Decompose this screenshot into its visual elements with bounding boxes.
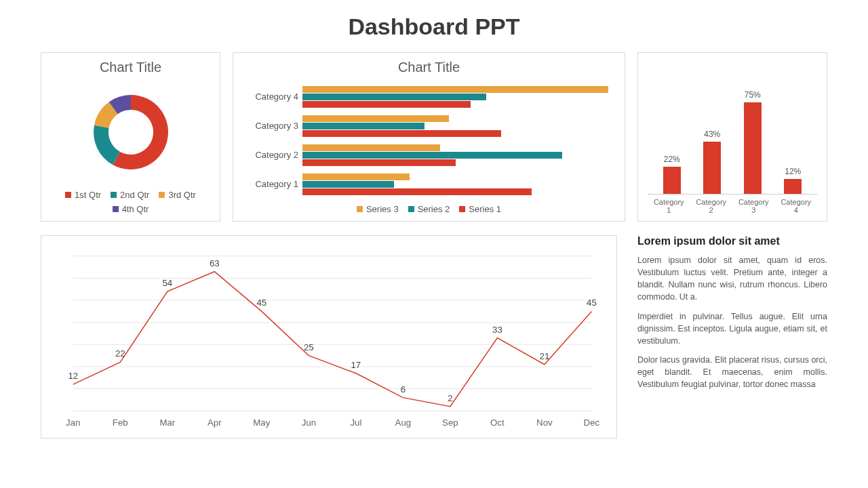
svg-text:Aug: Aug bbox=[395, 418, 412, 428]
donut-title: Chart Title bbox=[100, 60, 161, 75]
text-paragraph: Dolor lacus gravida. Elit placerat risus… bbox=[637, 354, 827, 390]
column: 75% bbox=[736, 90, 770, 194]
text-paragraph: Imperdiet in pulvinar. Tellus augue. Eli… bbox=[637, 310, 827, 347]
svg-text:21: 21 bbox=[540, 351, 550, 361]
svg-text:Nov: Nov bbox=[536, 418, 553, 428]
svg-text:Jul: Jul bbox=[350, 418, 361, 428]
text-panel: Lorem ipsum dolor sit amet Lorem ipsum d… bbox=[637, 235, 827, 439]
svg-text:Jun: Jun bbox=[302, 418, 316, 428]
line-chart-card: 12Jan22Feb54Mar63Apr45May25Jun17Jul6Aug2… bbox=[41, 235, 617, 439]
svg-text:6: 6 bbox=[401, 384, 406, 394]
hbar-legend: Series 3 Series 2 Series 1 bbox=[357, 204, 501, 214]
donut-chart bbox=[83, 79, 178, 184]
svg-text:Apr: Apr bbox=[208, 418, 222, 428]
svg-text:2: 2 bbox=[448, 393, 452, 403]
column-pct-axis: Category 1Category 2Category 3Category 4 bbox=[648, 194, 817, 214]
svg-text:May: May bbox=[253, 418, 270, 428]
column: 12% bbox=[776, 167, 810, 194]
donut-legend: 1st Qtr 2nd Qtr 3rd Qtr 4th Qtr bbox=[51, 190, 210, 214]
column-pct-card: 22%43%75%12% Category 1Category 2Categor… bbox=[637, 52, 827, 222]
page-title: Dashboard PPT bbox=[41, 14, 827, 40]
svg-text:54: 54 bbox=[162, 278, 172, 288]
column: 43% bbox=[695, 129, 729, 194]
text-paragraph: Lorem ipsum dolor sit amet, quam id eros… bbox=[637, 254, 827, 304]
hbar-row: Category 4 bbox=[243, 85, 608, 108]
svg-text:17: 17 bbox=[351, 360, 361, 370]
svg-text:63: 63 bbox=[210, 258, 220, 268]
svg-text:45: 45 bbox=[587, 298, 597, 308]
svg-text:Mar: Mar bbox=[159, 418, 175, 428]
svg-text:12: 12 bbox=[68, 371, 78, 381]
svg-text:25: 25 bbox=[304, 342, 314, 352]
donut-chart-card: Chart Title 1st Qtr 2nd Qtr 3rd Qtr 4th … bbox=[41, 52, 220, 222]
hbar-row: Category 2 bbox=[243, 144, 608, 167]
svg-text:Dec: Dec bbox=[584, 418, 600, 428]
hbar-chart: Category 4Category 3Category 2Category 1 bbox=[243, 79, 615, 199]
svg-text:Oct: Oct bbox=[490, 418, 505, 428]
hbar-chart-card: Chart Title Category 4Category 3Category… bbox=[233, 52, 625, 222]
svg-text:22: 22 bbox=[115, 349, 125, 359]
svg-text:33: 33 bbox=[492, 325, 502, 335]
line-chart: 12Jan22Feb54Mar63Apr45May25Jun17Jul6Aug2… bbox=[45, 243, 612, 431]
hbar-row: Category 3 bbox=[243, 115, 608, 138]
svg-text:Feb: Feb bbox=[113, 418, 128, 428]
text-heading: Lorem ipsum dolor sit amet bbox=[637, 235, 827, 247]
column: 22% bbox=[655, 155, 689, 194]
svg-text:Jan: Jan bbox=[66, 418, 80, 428]
hbar-title: Chart Title bbox=[398, 60, 460, 75]
hbar-row: Category 1 bbox=[243, 173, 608, 196]
svg-text:Sep: Sep bbox=[442, 418, 458, 428]
column-pct-chart: 22%43%75%12% bbox=[648, 60, 817, 194]
svg-text:45: 45 bbox=[256, 298, 267, 308]
